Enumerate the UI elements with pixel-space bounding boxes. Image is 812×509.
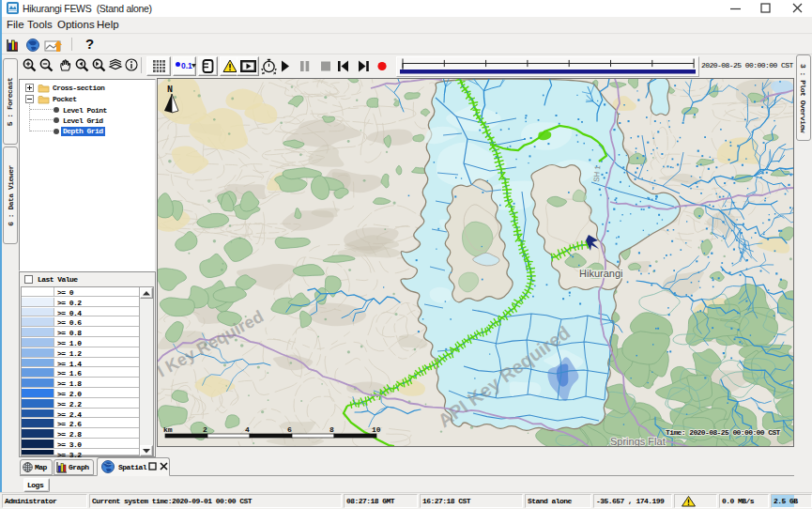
svg-text:SH 1: SH 1 (592, 164, 602, 182)
svg-text:10: 10 (372, 425, 381, 434)
svg-text:4: 4 (245, 425, 250, 434)
svg-text:8: 8 (329, 425, 334, 434)
svg-text:Time: 2020-08-25 00:00:00 CST: Time: 2020-08-25 00:00:00 CST (666, 428, 781, 437)
svg-text:6: 6 (287, 425, 292, 434)
svg-text:Springs Flat: Springs Flat (610, 436, 666, 446)
svg-text:km: km (163, 425, 173, 434)
svg-text:2: 2 (203, 425, 207, 434)
svg-text:Hikurangi: Hikurangi (579, 268, 622, 279)
svg-text:N: N (167, 85, 173, 95)
